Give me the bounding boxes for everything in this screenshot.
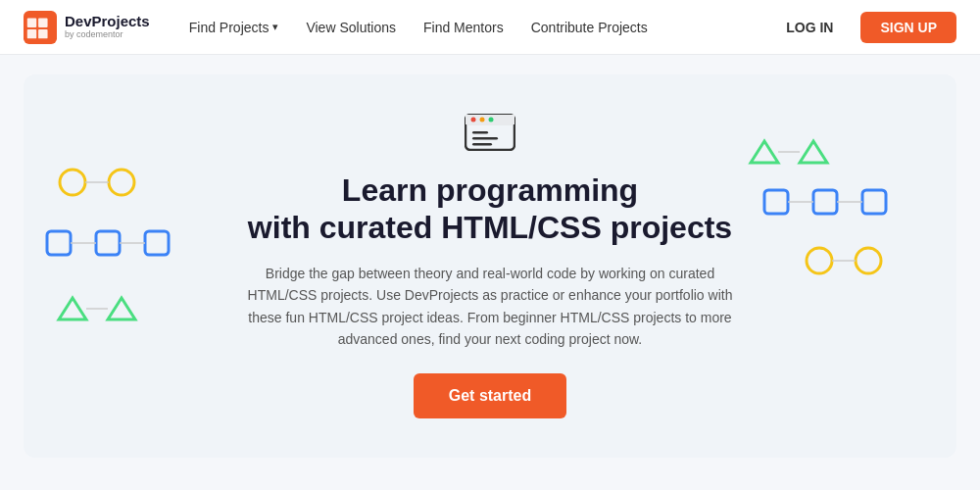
svg-point-31	[471, 118, 476, 122]
dropdown-arrow-icon: ▾	[272, 21, 278, 33]
svg-marker-13	[59, 298, 86, 319]
svg-marker-17	[800, 141, 827, 163]
logo-sub-text: by codementor	[65, 30, 150, 40]
svg-rect-3	[27, 28, 36, 37]
hero-section: Learn programming with curated HTML/CSS …	[24, 74, 956, 458]
svg-point-32	[480, 118, 485, 122]
hero-code-icon	[465, 114, 515, 160]
svg-point-24	[807, 248, 832, 273]
hero-title: Learn programming with curated HTML/CSS …	[248, 172, 732, 247]
svg-rect-20	[813, 190, 837, 214]
nav-find-mentors[interactable]: Find Mentors	[412, 12, 515, 43]
section-title: HTML/CSS project ideas	[0, 477, 980, 490]
svg-point-25	[856, 248, 881, 273]
svg-marker-16	[751, 141, 778, 163]
svg-rect-9	[96, 231, 120, 255]
svg-point-6	[109, 170, 134, 195]
svg-marker-14	[108, 298, 135, 319]
navbar: DevProjects by codementor Find Projects …	[0, 0, 980, 55]
svg-rect-8	[47, 231, 71, 255]
logo-text: DevProjects by codementor	[65, 14, 150, 39]
nav-auth: LOG IN SIGN UP	[770, 12, 956, 43]
hero-description: Bridge the gap between theory and real-w…	[235, 263, 745, 351]
decorative-shapes-right	[721, 133, 937, 310]
svg-rect-21	[862, 190, 886, 214]
svg-rect-2	[38, 18, 47, 26]
svg-rect-1	[27, 18, 36, 26]
svg-rect-10	[145, 231, 169, 255]
nav-links: Find Projects ▾ View Solutions Find Ment…	[177, 12, 770, 43]
svg-rect-36	[472, 143, 492, 146]
svg-rect-35	[472, 137, 498, 140]
nav-contribute-projects[interactable]: Contribute Projects	[519, 12, 660, 43]
logo-main-text: DevProjects	[65, 14, 150, 30]
svg-point-33	[489, 118, 494, 122]
get-started-button[interactable]: Get started	[414, 373, 566, 418]
login-button[interactable]: LOG IN	[770, 12, 849, 43]
nav-find-projects[interactable]: Find Projects ▾	[177, 12, 291, 43]
nav-view-solutions[interactable]: View Solutions	[294, 12, 408, 43]
svg-rect-4	[38, 28, 47, 37]
logo[interactable]: DevProjects by codementor	[24, 11, 150, 44]
svg-point-5	[60, 170, 85, 195]
decorative-shapes-left	[43, 153, 220, 368]
logo-icon	[24, 11, 57, 44]
svg-rect-19	[764, 190, 788, 214]
svg-rect-34	[472, 131, 488, 134]
signup-button[interactable]: SIGN UP	[860, 12, 956, 43]
